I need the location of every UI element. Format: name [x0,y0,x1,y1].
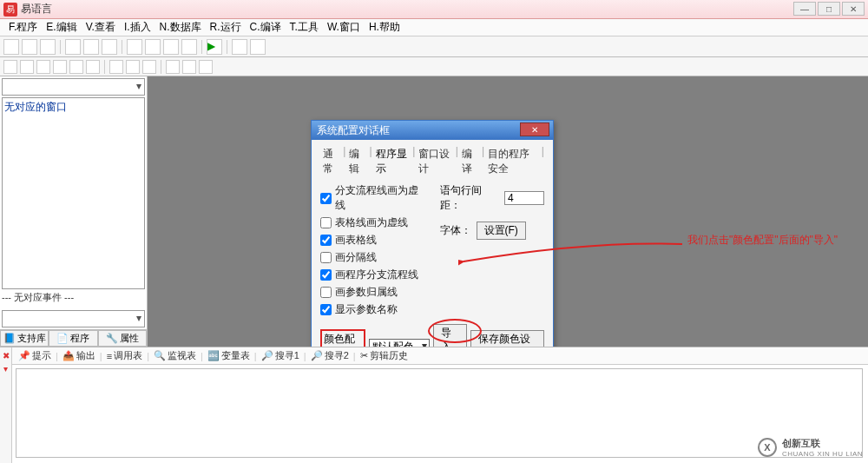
watermark-brand: 创新互联 [782,437,863,450]
dialog-title: 系统配置对话框 [317,123,390,138]
btab-calltable[interactable]: ≡ 调用表 [104,349,145,362]
line-spacing-input[interactable]: 4 [504,191,544,205]
toolbar-separator [161,60,161,74]
btab-search2[interactable]: 🔎 搜寻2 [308,349,352,362]
toolbar-button[interactable] [65,39,81,55]
toolbar-separator [201,40,202,54]
tab-edit[interactable]: 编辑 [346,145,368,178]
tab-support-lib[interactable]: 📘支持库 [0,330,49,347]
prop-icon: 🔧 [106,333,118,344]
dialog-tabs: 通常| 编辑| 程序显示| 窗口设计| 编译| 目的程序安全| [320,145,544,178]
chk-draw-branch[interactable]: 画程序分支流程线 [320,268,424,282]
toolbar-separator [60,40,61,54]
menu-tools[interactable]: T.工具 [286,20,322,35]
tab-program[interactable]: 📄程序 [49,330,97,347]
btab-hint[interactable]: 📌 提示 [16,349,54,362]
watermark-sub: CHUANG XIN HU LIAN [782,450,863,458]
toolbar-button[interactable] [83,39,99,55]
toolbar-button[interactable] [40,39,56,55]
book-icon: 📘 [3,333,16,344]
toolbar-button[interactable] [127,39,142,55]
toolbar-button[interactable] [69,60,83,74]
menu-database[interactable]: N.数据库 [156,20,205,35]
secondary-toolbar [0,57,868,76]
toolbar-button[interactable] [22,39,37,55]
menu-insert[interactable]: I.插入 [121,20,155,35]
font-label: 字体： [440,223,471,238]
menu-program[interactable]: F.程序 [5,20,41,35]
tab-security[interactable]: 目的程序安全 [485,145,541,178]
doc-icon: 📄 [56,333,69,344]
tab-properties[interactable]: 🔧属性 [98,330,147,347]
pin-icon[interactable]: ✖ [3,351,10,360]
btab-vars[interactable]: 🔤 变量表 [205,349,253,362]
bottom-panel: ✖ ▾ 📌 提示| 📤 输出| ≡ 调用表| 🔍 监视表| 🔤 变量表| 🔎 搜… [0,347,868,463]
window-selector-combo[interactable] [2,78,145,96]
menu-bar: F.程序 E.编辑 V.查看 I.插入 N.数据库 R.运行 C.编译 T.工具… [0,19,868,36]
output-area[interactable] [16,368,863,458]
checkbox-group: 分支流程线画为虚线 表格线画为虚线 画表格线 画分隔线 画程序分支流程线 画参数… [320,183,424,317]
dialog-close-button[interactable]: ✕ [520,122,549,136]
tab-general[interactable]: 通常 [320,145,342,178]
btab-watch[interactable]: 🔍 监视表 [151,349,199,362]
btab-output[interactable]: 📤 输出 [60,349,98,362]
right-options: 语句行间距： 4 字体： 设置(F) [440,183,544,317]
menu-compile[interactable]: C.编译 [247,20,285,35]
annotation-text: 我们点击"颜色配置"后面的"导入" [687,233,838,248]
left-panel: 无对应的窗口 --- 无对应事件 --- 📘支持库 📄程序 🔧属性 [0,76,148,347]
app-title: 易语言 [21,2,52,17]
tab-program-display[interactable]: 程序显示 [373,145,411,178]
tab-window-design[interactable]: 窗口设计 [416,145,454,178]
menu-run[interactable]: R.运行 [207,20,245,35]
bottom-tabs: 📌 提示| 📤 输出| ≡ 调用表| 🔍 监视表| 🔤 变量表| 🔎 搜寻1| … [12,347,868,365]
minimize-button[interactable]: — [793,2,816,16]
toolbar-button[interactable] [181,39,197,55]
main-toolbar: ▶ [0,36,868,57]
toolbar-button[interactable] [20,60,34,74]
chk-grid-dashed[interactable]: 表格线画为虚线 [320,215,424,230]
toolbar-button[interactable] [86,60,100,74]
chk-draw-grid[interactable]: 画表格线 [320,233,424,248]
watermark-logo: X [758,438,777,457]
app-title-bar: 易 易语言 — □ ✕ [0,0,868,19]
menu-view[interactable]: V.查看 [82,20,119,35]
toolbar-button[interactable] [166,60,180,74]
menu-edit[interactable]: E.编辑 [43,20,80,35]
collapse-icon[interactable]: ▾ [3,364,8,374]
side-tool-strip: ✖ ▾ [0,347,12,463]
toolbar-button[interactable] [145,39,161,55]
toolbar-run-button[interactable]: ▶ [207,39,222,55]
window-tree[interactable]: 无对应的窗口 [2,97,145,289]
chk-draw-param-line[interactable]: 画参数归属线 [320,285,424,300]
toolbar-button[interactable] [142,60,156,74]
app-icon: 易 [3,3,17,17]
toolbar-button[interactable] [232,39,247,55]
chk-branch-dashed[interactable]: 分支流程线画为虚线 [320,183,424,213]
btab-search1[interactable]: 🔎 搜寻1 [259,349,302,362]
toolbar-button[interactable] [36,60,50,74]
menu-help[interactable]: H.帮助 [365,20,404,35]
toolbar-button[interactable] [3,39,19,55]
toolbar-separator [122,40,122,54]
dialog-title-bar[interactable]: 系统配置对话框 ✕ [312,121,553,140]
toolbar-button[interactable] [3,60,17,74]
chk-draw-separator[interactable]: 画分隔线 [320,250,424,265]
tab-compile[interactable]: 编译 [459,145,481,178]
toolbar-button[interactable] [199,60,213,74]
toolbar-button[interactable] [182,60,196,74]
toolbar-button[interactable] [102,39,117,55]
font-settings-button[interactable]: 设置(F) [477,222,526,240]
menu-window[interactable]: W.窗口 [324,20,364,35]
toolbar-separator [227,40,227,54]
chk-show-param-name[interactable]: 显示参数名称 [320,302,424,317]
close-button[interactable]: ✕ [842,2,865,16]
btab-clip[interactable]: ✂ 剪辑历史 [358,349,411,362]
toolbar-button[interactable] [250,39,266,55]
toolbar-button[interactable] [53,60,67,74]
event-selector-combo[interactable] [2,310,145,327]
toolbar-button[interactable] [163,39,179,55]
toolbar-separator [104,60,105,74]
toolbar-button[interactable] [126,60,140,74]
toolbar-button[interactable] [109,60,123,74]
maximize-button[interactable]: □ [818,2,840,16]
